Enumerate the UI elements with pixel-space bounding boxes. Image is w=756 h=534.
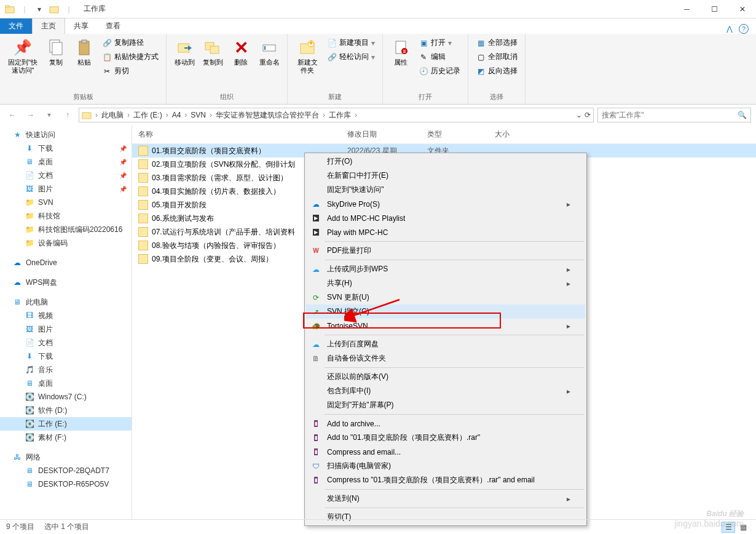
nav-item[interactable]: 🎞视频 bbox=[0, 309, 132, 322]
context-menu-item[interactable]: 发送到(N)▸ bbox=[306, 492, 585, 506]
help-icon[interactable]: ? bbox=[739, 24, 749, 34]
tab-share[interactable]: 共享 bbox=[65, 18, 97, 34]
nav-item[interactable]: 🖥桌面📌 bbox=[0, 155, 132, 169]
breadcrumb-item[interactable]: SVN bbox=[188, 111, 208, 119]
context-menu-item[interactable]: 在新窗口中打开(E) bbox=[306, 169, 585, 183]
context-menu-item[interactable]: 还原以前的版本(V) bbox=[306, 370, 585, 384]
nav-item[interactable]: 📄文档📌 bbox=[0, 169, 132, 182]
nav-item[interactable]: 📁SVN bbox=[0, 196, 132, 209]
delete-button[interactable]: ✕ 删除 bbox=[228, 36, 254, 68]
paste-shortcut-button[interactable]: 📋粘贴快捷方式 bbox=[100, 50, 161, 63]
context-menu-item[interactable]: ↗SVN 提交(C)... bbox=[306, 305, 585, 319]
nav-item[interactable]: 🎵音乐 bbox=[0, 363, 132, 377]
context-menu-item[interactable]: ▮Add to archive... bbox=[306, 416, 585, 431]
chevron-right-icon[interactable]: › bbox=[165, 111, 170, 119]
new-item-button[interactable]: 📄新建项目▾ bbox=[325, 36, 377, 49]
close-button[interactable]: ✕ bbox=[728, 0, 756, 18]
qat-dropdown-icon[interactable]: ▾ bbox=[33, 3, 45, 15]
view-icons-button[interactable]: ▦ bbox=[736, 522, 750, 533]
nav-wps[interactable]: ☁WPS网盘 bbox=[0, 276, 132, 289]
breadcrumb-item[interactable]: 此电脑 bbox=[99, 111, 126, 119]
nav-item[interactable]: 📁科技馆 bbox=[0, 209, 132, 223]
context-menu-item[interactable]: ☁上传或同步到WPS▸ bbox=[306, 262, 585, 276]
nav-item[interactable]: 🖥桌面 bbox=[0, 377, 132, 390]
breadcrumb-item[interactable]: 工作 (E:) bbox=[131, 111, 165, 119]
breadcrumb-item[interactable]: 华安证券智慧建筑综合管控平台 bbox=[213, 111, 321, 119]
col-date[interactable]: 修改日期 bbox=[347, 129, 427, 140]
nav-item[interactable]: 🖥DESKTOP-2BQADT7 bbox=[0, 464, 132, 477]
edit-button[interactable]: ✎编辑 bbox=[416, 50, 463, 63]
context-menu-item[interactable]: 🛡扫描病毒(电脑管家) bbox=[306, 459, 585, 473]
context-menu-item[interactable]: 包含到库中(I)▸ bbox=[306, 384, 585, 398]
search-icon[interactable]: 🔍 bbox=[738, 111, 747, 119]
easy-access-button[interactable]: 🔗轻松访问▾ bbox=[325, 50, 377, 63]
history-button[interactable]: 🕘历史记录 bbox=[416, 65, 463, 78]
new-folder-button[interactable]: ✦ 新建文件夹 bbox=[293, 36, 322, 76]
copy-path-button[interactable]: 🔗复制路径 bbox=[100, 36, 161, 49]
nav-item[interactable]: 💽素材 (F:) bbox=[0, 431, 132, 444]
move-to-button[interactable]: 移动到 bbox=[171, 36, 197, 68]
context-menu-item[interactable]: ☁SkyDrive Pro(S)▸ bbox=[306, 197, 585, 211]
col-size[interactable]: 大小 bbox=[495, 129, 544, 140]
nav-item[interactable]: 💽Windows7 (C:) bbox=[0, 390, 132, 404]
context-menu-item[interactable]: ▮Compress to "01.项目交底阶段（项目交底资料）.rar" and… bbox=[306, 473, 585, 487]
address-dropdown-icon[interactable]: ⌄ bbox=[576, 111, 582, 119]
chevron-right-icon[interactable]: › bbox=[126, 111, 131, 119]
breadcrumb-item[interactable]: A4 bbox=[170, 111, 184, 119]
nav-quick-access[interactable]: ★快速访问 bbox=[0, 128, 132, 141]
context-menu-item[interactable]: ☁上传到百度网盘 bbox=[306, 337, 585, 351]
context-menu-item[interactable]: 共享(H)▸ bbox=[306, 276, 585, 290]
context-menu-item[interactable]: 固定到"开始"屏幕(P) bbox=[306, 398, 585, 412]
invert-selection-button[interactable]: ◩反向选择 bbox=[473, 65, 520, 78]
context-menu-item[interactable]: ▶Add to MPC-HC Playlist bbox=[306, 211, 585, 225]
view-details-button[interactable]: ☰ bbox=[722, 522, 735, 533]
copy-button[interactable]: 复制 bbox=[43, 36, 69, 68]
chevron-right-icon[interactable]: › bbox=[208, 111, 213, 119]
select-none-button[interactable]: ▢全部取消 bbox=[473, 50, 520, 63]
nav-onedrive[interactable]: ☁OneDrive bbox=[0, 256, 132, 269]
refresh-icon[interactable]: ⟳ bbox=[585, 111, 591, 119]
address-bar[interactable]: › 此电脑›工作 (E:)›A4›SVN›华安证券智慧建筑综合管控平台›工作库›… bbox=[79, 108, 594, 122]
nav-item[interactable]: ⬇下载📌 bbox=[0, 141, 132, 155]
select-all-button[interactable]: ▦全部选择 bbox=[473, 36, 520, 49]
nav-item[interactable]: 🖥DESKTOP-R65PO5V bbox=[0, 477, 132, 491]
search-input[interactable] bbox=[602, 111, 738, 119]
tab-home[interactable]: 主页 bbox=[32, 18, 65, 34]
copy-to-button[interactable]: 复制到 bbox=[200, 36, 226, 68]
paste-button[interactable]: 粘贴 bbox=[71, 36, 97, 68]
context-menu-item[interactable]: 🗎自动备份该文件夹 bbox=[306, 351, 585, 365]
rename-button[interactable]: 重命名 bbox=[256, 36, 282, 68]
context-menu-item[interactable]: ▮Add to "01.项目交底阶段（项目交底资料）.rar" bbox=[306, 431, 585, 445]
chevron-right-icon[interactable]: › bbox=[321, 111, 326, 119]
context-menu-item[interactable]: WPDF批量打印 bbox=[306, 244, 585, 258]
recent-dropdown[interactable]: ▼ bbox=[42, 108, 57, 122]
col-type[interactable]: 类型 bbox=[427, 129, 495, 140]
tab-view[interactable]: 查看 bbox=[97, 18, 129, 34]
search-box[interactable]: 🔍 bbox=[597, 108, 751, 122]
cut-button[interactable]: ✂剪切 bbox=[100, 65, 161, 78]
nav-item[interactable]: 🖼图片📌 bbox=[0, 182, 132, 196]
nav-item[interactable]: 💽工作 (E:) bbox=[0, 417, 132, 431]
context-menu-item[interactable]: 固定到"快速访问" bbox=[306, 183, 585, 197]
open-button[interactable]: ▣打开▾ bbox=[416, 36, 463, 49]
context-menu-item[interactable]: 打开(O) bbox=[306, 154, 585, 169]
chevron-right-icon[interactable]: › bbox=[353, 111, 358, 119]
breadcrumb-item[interactable]: 工作库 bbox=[326, 111, 353, 119]
forward-button[interactable]: → bbox=[23, 108, 38, 122]
tab-file[interactable]: 文件 bbox=[0, 18, 32, 34]
nav-item[interactable]: 📁设备编码 bbox=[0, 236, 132, 250]
maximize-button[interactable]: ☐ bbox=[701, 0, 728, 18]
col-name[interactable]: 名称 bbox=[138, 129, 347, 140]
up-button[interactable]: ↑ bbox=[60, 108, 75, 122]
properties-button[interactable]: 属性 bbox=[388, 36, 414, 68]
chevron-right-icon[interactable]: › bbox=[94, 111, 99, 119]
pin-to-quick-access-button[interactable]: 📌 固定到"快速访问" bbox=[5, 36, 41, 76]
nav-item[interactable]: 💽软件 (D:) bbox=[0, 404, 132, 417]
context-menu-item[interactable]: ⟳SVN 更新(U) bbox=[306, 290, 585, 305]
ribbon-collapse-icon[interactable]: ⋀ bbox=[726, 25, 733, 33]
back-button[interactable]: ← bbox=[5, 108, 20, 122]
minimize-button[interactable]: ─ bbox=[673, 0, 701, 18]
nav-item[interactable]: ⬇下载 bbox=[0, 349, 132, 363]
context-menu-item[interactable]: 🐢TortoiseSVN▸ bbox=[306, 319, 585, 333]
nav-network[interactable]: 🖧网络 bbox=[0, 450, 132, 464]
